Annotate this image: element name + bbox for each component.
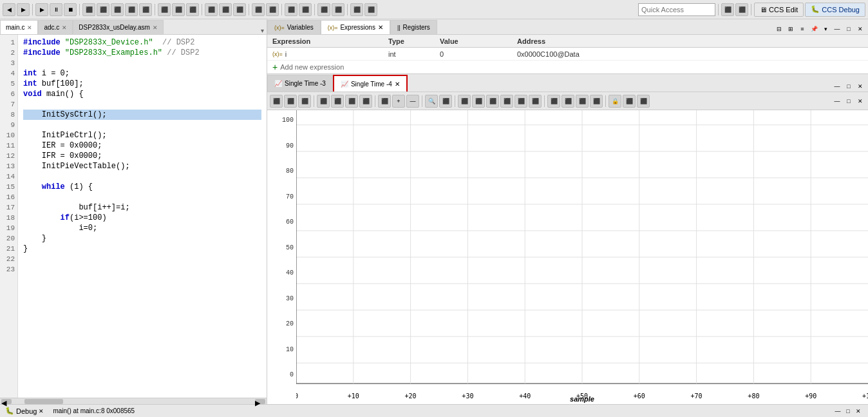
add-expression-row[interactable]: + Add new expression xyxy=(267,61,868,73)
toolbar-btn-3[interactable]: ▶ xyxy=(35,3,48,16)
editor-tab-delay[interactable]: DSP2833x_usDelay.asm ✕ xyxy=(73,20,163,34)
close-panel-btn[interactable]: ✕ xyxy=(855,24,865,34)
chart-btn-6[interactable]: ⬛ xyxy=(345,95,358,108)
minimize-btn[interactable]: — xyxy=(832,24,842,34)
menu-btn[interactable]: ▾ xyxy=(820,24,831,34)
chart-btn-22[interactable]: ⬛ xyxy=(590,95,603,108)
ccs-edit-button[interactable]: 🖥 CCS Edit xyxy=(754,3,804,17)
toolbar-btn-8[interactable]: ⬛ xyxy=(111,3,124,16)
close-debug-icon[interactable]: ✕ xyxy=(39,408,44,414)
chart-max-btn[interactable]: □ xyxy=(844,96,854,106)
chart-btn-3[interactable]: ⬛ xyxy=(298,95,311,108)
tab-menu-button[interactable]: ▾ xyxy=(258,27,267,34)
chart-btn-13[interactable]: ⬛ xyxy=(458,95,471,108)
chart-btn-16[interactable]: ⬛ xyxy=(500,95,513,108)
chart-btn-9[interactable]: + xyxy=(392,95,405,108)
chart-btn-5[interactable]: ⬛ xyxy=(331,95,344,108)
select-columns-btn[interactable]: ≡ xyxy=(797,24,807,34)
debug-close-btn[interactable]: ✕ xyxy=(854,407,863,416)
collapse-all-btn[interactable]: ⊟ xyxy=(774,24,784,34)
chart-tab-single-time-4[interactable]: 📈 Single Time -4 ✕ xyxy=(333,75,408,92)
chart-tab-single-time-3[interactable]: 📈 Single Time -3 xyxy=(267,75,333,92)
chart-btn-25[interactable]: ⬛ xyxy=(637,95,650,108)
chart-btn-4[interactable]: ⬛ xyxy=(317,95,330,108)
expand-all-btn[interactable]: ⊞ xyxy=(786,24,796,34)
tab-variables[interactable]: (x)= Variables xyxy=(267,20,321,34)
chart-close-btn[interactable]: ✕ xyxy=(855,81,865,92)
toolbar-btn-17[interactable]: ⬛ xyxy=(252,3,265,16)
x-label-0: 0 xyxy=(296,393,298,400)
chart-btn-2[interactable]: ⬛ xyxy=(284,95,297,108)
toolbar-btn-22[interactable]: ⬛ xyxy=(332,3,344,16)
chart-cls-btn[interactable]: ✕ xyxy=(855,96,865,106)
tab-registers[interactable]: || Registers xyxy=(390,20,437,34)
debug-minimize-btn[interactable]: — xyxy=(833,407,842,416)
chart-btn-21[interactable]: ⬛ xyxy=(576,95,589,108)
editor-tab-adc-c[interactable]: adc.c ✕ xyxy=(38,20,73,34)
chart-btn-15[interactable]: ⬛ xyxy=(486,95,499,108)
chart-btn-8[interactable]: ⬛ xyxy=(378,95,391,108)
tab-expressions[interactable]: (x)= Expressions ✕ xyxy=(321,20,390,34)
maximize-btn[interactable]: □ xyxy=(844,24,854,34)
code-line: int i = 0; xyxy=(23,68,261,79)
close-expressions-icon[interactable]: ✕ xyxy=(378,24,383,31)
close-icon-2[interactable]: ✕ xyxy=(62,24,67,31)
close-icon-3[interactable]: ✕ xyxy=(153,24,158,31)
toolbar-btn-4[interactable]: ⏸ xyxy=(50,3,62,16)
editor-tab-main-c[interactable]: main.c ✕ xyxy=(0,20,38,34)
chart-minimize-btn[interactable]: — xyxy=(832,81,842,92)
scroll-thumb[interactable] xyxy=(24,399,63,404)
toolbar-btn-2[interactable]: ▶ xyxy=(17,3,30,16)
x-label-40: +40 xyxy=(519,393,531,400)
scroll-right-btn[interactable]: ▶ xyxy=(255,399,265,404)
toolbar-btn-14[interactable]: ⬛ xyxy=(205,3,218,16)
code-line xyxy=(23,58,261,68)
chart-btn-20[interactable]: ⬛ xyxy=(561,95,574,108)
tab-expressions-label: Expressions xyxy=(340,24,375,31)
chart-btn-18[interactable]: ⬛ xyxy=(529,95,542,108)
toolbar-btn-18[interactable]: ⬛ xyxy=(266,3,279,16)
toolbar-btn-10[interactable]: ⬛ xyxy=(139,3,152,16)
chart-btn-12[interactable]: ⬛ xyxy=(439,95,452,108)
toolbar-btn-5[interactable]: ⏹ xyxy=(64,3,77,16)
code-line-highlighted: InitSysCtrl(); xyxy=(23,110,261,120)
toolbar-btn-13[interactable]: ⬛ xyxy=(186,3,199,16)
debug-tab[interactable]: 🐛 Debug ✕ xyxy=(5,407,44,415)
toolbar-btn-23[interactable]: ⬛ xyxy=(350,3,363,16)
toolbar-btn-15[interactable]: ⬛ xyxy=(219,3,232,16)
toolbar-btn-25[interactable]: ⬛ xyxy=(721,3,734,16)
pin-btn[interactable]: 📌 xyxy=(809,24,819,34)
toolbar-btn-6[interactable]: ⬛ xyxy=(82,3,95,16)
close-icon[interactable]: ✕ xyxy=(27,24,32,31)
chart-maximize-btn[interactable]: □ xyxy=(844,81,854,92)
horizontal-scrollbar[interactable]: ◀ ▶ xyxy=(0,398,267,404)
toolbar-btn-12[interactable]: ⬛ xyxy=(172,3,185,16)
quick-access-input[interactable] xyxy=(638,3,715,16)
toolbar-btn-11[interactable]: ⬛ xyxy=(158,3,171,16)
toolbar-btn-1[interactable]: ◀ xyxy=(3,3,15,16)
close-chart-tab-icon[interactable]: ✕ xyxy=(395,81,400,88)
ccs-debug-button[interactable]: 🐛 CCS Debug xyxy=(805,3,865,17)
tab-label-delay: DSP2833x_usDelay.asm xyxy=(79,24,149,31)
toolbar-btn-19[interactable]: ⬛ xyxy=(285,3,297,16)
chart-tab-right-controls: — □ ✕ xyxy=(829,81,868,92)
chart-btn-7[interactable]: ⬛ xyxy=(359,95,372,108)
chart-btn-11[interactable]: 🔍 xyxy=(425,95,438,108)
chart-btn-19[interactable]: ⬛ xyxy=(547,95,560,108)
toolbar-btn-20[interactable]: ⬛ xyxy=(299,3,312,16)
toolbar-btn-7[interactable]: ⬛ xyxy=(97,3,109,16)
chart-btn-1[interactable]: ⬛ xyxy=(270,95,283,108)
chart-btn-24[interactable]: ⬛ xyxy=(623,95,636,108)
scroll-left-btn[interactable]: ◀ xyxy=(1,399,12,404)
chart-btn-14[interactable]: ⬛ xyxy=(472,95,485,108)
toolbar-btn-24[interactable]: ⬛ xyxy=(364,3,377,16)
chart-btn-10[interactable]: — xyxy=(406,95,419,108)
toolbar-btn-16[interactable]: ⬛ xyxy=(233,3,246,16)
chart-btn-17[interactable]: ⬛ xyxy=(514,95,527,108)
toolbar-btn-9[interactable]: ⬛ xyxy=(125,3,138,16)
toolbar-btn-26[interactable]: ⬛ xyxy=(735,3,748,16)
debug-maximize-btn[interactable]: □ xyxy=(844,407,853,416)
toolbar-btn-21[interactable]: ⬛ xyxy=(317,3,330,16)
chart-btn-23[interactable]: 🔒 xyxy=(609,95,621,108)
chart-min-btn[interactable]: — xyxy=(832,96,842,106)
